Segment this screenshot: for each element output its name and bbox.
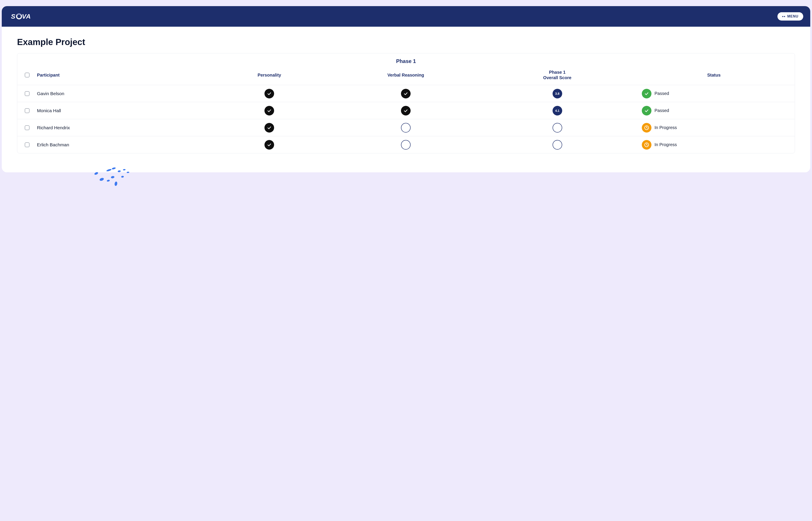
personality-done-icon [265, 123, 274, 133]
table-row: Richard HendrixIn Progress [17, 119, 795, 136]
column-personality: Personality [209, 72, 330, 78]
participants-table: Phase 1 Participant Personality Verbal R… [17, 53, 795, 153]
clock-icon [644, 142, 649, 148]
overall-score-cell: 3.8 [481, 89, 633, 98]
svg-text:VA: VA [22, 13, 31, 20]
row-checkbox-cell [17, 125, 37, 130]
overall-score-cell [481, 140, 633, 150]
check-icon [267, 108, 272, 113]
personality-done-icon [265, 106, 274, 115]
verbal-done-icon [401, 106, 411, 115]
verbal-cell [330, 89, 481, 98]
svg-point-11 [123, 169, 126, 171]
verbal-cell [330, 140, 481, 150]
header-bar: S VA MENU [2, 6, 810, 27]
status-cell: In Progress [633, 123, 795, 133]
table-row: Erlich BachmanIn Progress [17, 136, 795, 153]
check-icon [267, 91, 272, 96]
verbal-cell [330, 106, 481, 115]
table-row: Gavin Belson3.8Passed [17, 85, 795, 102]
svg-point-7 [106, 168, 112, 172]
column-verbal: Verbal Reasoning [330, 72, 481, 78]
phase-title: Phase 1 [17, 53, 795, 67]
svg-point-15 [121, 176, 124, 178]
table-body: Gavin Belson3.8PassedMonica Hall4.1Passe… [17, 85, 795, 153]
status-label: Passed [654, 91, 669, 96]
participant-name: Gavin Belson [37, 91, 209, 96]
svg-point-10 [118, 170, 121, 172]
page-title: Example Project [17, 37, 795, 47]
row-checkbox[interactable] [25, 125, 29, 130]
svg-text:S: S [11, 13, 16, 20]
status-cell: Passed [633, 106, 795, 115]
personality-done-icon [265, 140, 274, 150]
app-window: S VA MENU Example Project Phase 1 Partic… [2, 6, 810, 172]
overall-score-empty-icon [552, 123, 562, 133]
menu-button-label: MENU [787, 15, 798, 18]
status-passed-icon [642, 106, 651, 115]
participant-name: Richard Hendrix [37, 125, 209, 130]
row-checkbox-cell [17, 142, 37, 147]
participant-name: Monica Hall [37, 108, 209, 113]
svg-point-5 [94, 172, 99, 176]
row-checkbox[interactable] [25, 142, 29, 147]
row-checkbox-cell [17, 108, 37, 113]
svg-point-1 [17, 14, 21, 19]
overall-score-badge: 4.1 [552, 106, 562, 115]
column-participant: Participant [37, 72, 209, 78]
menu-button[interactable]: MENU [777, 12, 803, 21]
decorative-paint-strokes [0, 170, 812, 192]
check-icon [403, 91, 408, 96]
overall-score-empty-icon [552, 140, 562, 150]
svg-point-8 [112, 167, 116, 170]
status-label: In Progress [654, 125, 677, 130]
verbal-empty-icon [401, 123, 411, 133]
brand-logo: S VA [11, 13, 39, 20]
verbal-empty-icon [401, 140, 411, 150]
personality-cell [209, 89, 330, 98]
check-icon [267, 125, 272, 130]
check-icon [644, 108, 649, 113]
content-area: Example Project Phase 1 Participant Pers… [2, 27, 810, 164]
verbal-done-icon [401, 89, 411, 98]
verbal-cell [330, 123, 481, 133]
status-inprogress-icon [642, 123, 651, 133]
personality-done-icon [265, 89, 274, 98]
status-label: Passed [654, 108, 669, 113]
check-icon [267, 142, 272, 147]
column-status: Status [633, 72, 795, 78]
status-cell: In Progress [633, 140, 795, 150]
overall-score-cell: 4.1 [481, 106, 633, 115]
status-passed-icon [642, 89, 651, 98]
row-checkbox[interactable] [25, 91, 29, 96]
table-header-row: Participant Personality Verbal Reasoning… [17, 67, 795, 85]
check-icon [644, 91, 649, 96]
clock-icon [644, 125, 649, 130]
check-icon [403, 108, 408, 113]
status-label: In Progress [654, 142, 677, 147]
column-overall: Phase 1 Overall Score [481, 70, 633, 81]
overall-score-cell [481, 123, 633, 133]
overall-score-badge: 3.8 [552, 89, 562, 98]
row-checkbox-cell [17, 91, 37, 96]
participant-name: Erlich Bachman [37, 142, 209, 148]
menu-dots-icon [782, 16, 785, 17]
header-select-all-cell [17, 73, 37, 77]
personality-cell [209, 140, 330, 150]
row-checkbox[interactable] [25, 108, 29, 113]
status-inprogress-icon [642, 140, 651, 150]
svg-point-13 [114, 181, 117, 186]
personality-cell [209, 123, 330, 133]
sova-logo-icon: S VA [11, 13, 39, 20]
svg-point-14 [107, 179, 110, 182]
svg-point-6 [99, 177, 104, 181]
svg-point-9 [111, 176, 114, 179]
status-cell: Passed [633, 89, 795, 98]
table-row: Monica Hall4.1Passed [17, 102, 795, 119]
svg-point-12 [127, 172, 129, 173]
select-all-checkbox[interactable] [25, 73, 29, 77]
personality-cell [209, 106, 330, 115]
